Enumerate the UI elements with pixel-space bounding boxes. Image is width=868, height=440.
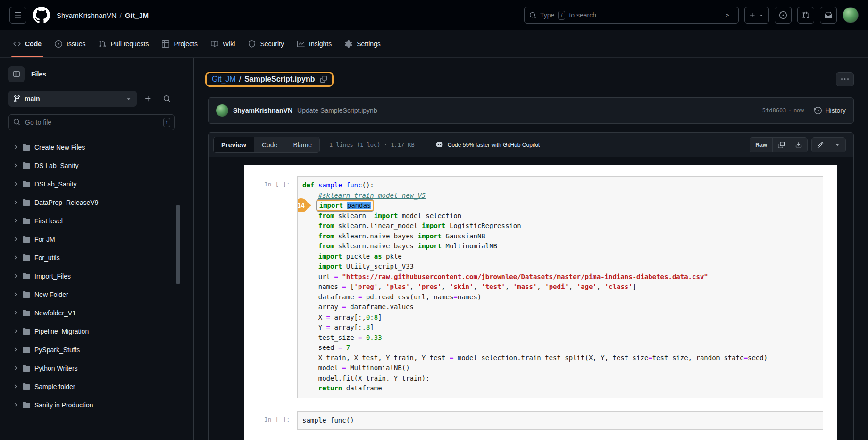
branch-name: main bbox=[25, 95, 40, 102]
chevron-down-icon bbox=[125, 95, 132, 102]
branch-selector[interactable]: main bbox=[8, 91, 137, 107]
file-tree-folder[interactable]: Sample folder bbox=[8, 377, 175, 396]
search-files-button[interactable] bbox=[159, 91, 175, 106]
code-token: sklearn bbox=[334, 212, 374, 220]
file-tree-folder[interactable]: PySpark_Stuffs bbox=[8, 340, 175, 359]
sidebar-scrollbar-thumb[interactable] bbox=[176, 205, 180, 284]
file-tree-folder[interactable]: DSLab_Sanity bbox=[8, 175, 175, 193]
global-header: ShyamKrishnanVN / Git_JM Type / to searc… bbox=[0, 0, 868, 30]
tab-insights[interactable]: Insights bbox=[292, 30, 337, 57]
code-token: = bbox=[648, 354, 652, 362]
copy-path-button[interactable] bbox=[320, 76, 327, 83]
code-token bbox=[302, 364, 318, 372]
folder-name: Sanity in Production bbox=[34, 401, 93, 409]
tab-settings[interactable]: Settings bbox=[339, 30, 386, 57]
add-file-button[interactable] bbox=[141, 91, 156, 106]
commit-message-link[interactable]: Update SampleScript.ipynb bbox=[297, 107, 377, 114]
latest-commit-bar: ShyamKrishnanVN Update SampleScript.ipyn… bbox=[208, 97, 854, 124]
code-token: Utiity_script_V33 bbox=[342, 262, 414, 270]
global-search-input[interactable]: Type / to search >_ bbox=[524, 7, 739, 24]
tab-wiki[interactable]: Wiki bbox=[205, 30, 241, 57]
code-token bbox=[302, 273, 318, 280]
code-token: dataframe.values bbox=[346, 303, 414, 311]
tab-code[interactable]: Code bbox=[8, 30, 47, 57]
tab-projects[interactable]: Projects bbox=[156, 30, 203, 57]
header-repo-link[interactable]: Git_JM bbox=[125, 11, 149, 19]
edit-file-button[interactable] bbox=[812, 138, 829, 152]
code-token: dataframe bbox=[342, 384, 382, 392]
folder-name: Pipeline_Migration bbox=[34, 328, 89, 335]
breadcrumb-repo-link[interactable]: Git_JM bbox=[212, 75, 236, 84]
notebook-cell-1: In [ ]: def sample_func(): #sklearn trai… bbox=[264, 176, 823, 398]
inbox-button[interactable] bbox=[820, 7, 837, 24]
tab-code-view[interactable]: Code bbox=[254, 137, 285, 152]
code-token bbox=[302, 344, 318, 351]
breadcrumb-row: Git_JM / SampleScript.ipynb bbox=[208, 70, 854, 89]
issue-opened-icon bbox=[779, 11, 787, 19]
file-tree-folder[interactable]: For_utils bbox=[8, 248, 175, 267]
github-logo[interactable] bbox=[33, 7, 50, 24]
file-tree-folder[interactable]: DataPrep_ReleaseV9 bbox=[8, 193, 175, 212]
file-options-kebab-button[interactable] bbox=[836, 72, 854, 86]
code-token: array bbox=[318, 303, 342, 311]
download-button[interactable] bbox=[790, 138, 807, 152]
history-label: History bbox=[825, 107, 846, 114]
file-tree-folder[interactable]: For JM bbox=[8, 230, 175, 248]
chevron-right-icon bbox=[12, 347, 18, 353]
hamburger-menu-button[interactable] bbox=[9, 7, 26, 24]
code-token: = bbox=[453, 293, 457, 301]
header-owner-link[interactable]: ShyamKrishnanVN bbox=[57, 11, 117, 19]
file-tree-folder[interactable]: New Folder bbox=[8, 285, 175, 304]
file-tree-folder[interactable]: Sanity in Production bbox=[8, 396, 175, 414]
goto-file-input[interactable] bbox=[8, 114, 175, 130]
command-palette-icon[interactable]: >_ bbox=[720, 7, 738, 23]
code-token: , bbox=[473, 283, 481, 290]
code-token: = bbox=[326, 313, 330, 321]
chevron-right-icon bbox=[12, 273, 18, 279]
file-tree-folder[interactable]: Python Writers bbox=[8, 359, 175, 377]
pull-requests-button[interactable] bbox=[797, 7, 814, 24]
chevron-right-icon bbox=[12, 218, 18, 224]
folder-name: First level bbox=[34, 217, 63, 225]
code-token bbox=[302, 334, 318, 341]
folder-name: For_utils bbox=[34, 254, 60, 262]
file-tree-folder[interactable]: Pipeline_Migration bbox=[8, 322, 175, 340]
folder-name: For JM bbox=[34, 236, 55, 243]
tab-blame[interactable]: Blame bbox=[285, 137, 319, 152]
file-tree-folder[interactable]: Create New Files bbox=[8, 138, 175, 156]
create-new-button[interactable] bbox=[744, 7, 769, 24]
code-token: #sklearn train model new_V5 bbox=[318, 192, 426, 199]
user-avatar[interactable] bbox=[843, 7, 859, 23]
edit-options-dropdown[interactable] bbox=[829, 138, 845, 152]
code-token: = bbox=[334, 273, 338, 280]
code-token: array[:, bbox=[330, 313, 366, 321]
history-link[interactable]: History bbox=[814, 107, 846, 114]
tab-pull-requests[interactable]: Pull requests bbox=[93, 30, 154, 57]
code-token: , bbox=[597, 283, 605, 290]
file-tree-folder[interactable]: Import_Files bbox=[8, 267, 175, 285]
collapse-sidebar-button[interactable] bbox=[8, 66, 25, 82]
code-line: seed = 7 bbox=[302, 343, 818, 353]
folder-icon bbox=[23, 328, 30, 335]
view-mode-segmented-control: Preview Code Blame bbox=[213, 137, 320, 153]
copilot-banner[interactable]: Code 55% faster with GitHub Copilot bbox=[435, 141, 540, 149]
commit-sha-link[interactable]: 5fd8603 bbox=[762, 107, 786, 114]
commit-time: now bbox=[793, 107, 804, 114]
file-tree-folder[interactable]: DS Lab_Sanity bbox=[8, 156, 175, 175]
file-tree-folder[interactable]: Newfolder_V1 bbox=[8, 304, 175, 322]
tab-issues[interactable]: Issues bbox=[49, 30, 91, 57]
code-line: Y = array[:,8] bbox=[302, 322, 818, 333]
tab-security[interactable]: Security bbox=[242, 30, 290, 57]
raw-button[interactable]: Raw bbox=[750, 138, 773, 152]
file-tree-folder[interactable]: First level bbox=[8, 212, 175, 230]
git-pull-request-icon bbox=[99, 40, 106, 48]
tab-preview[interactable]: Preview bbox=[214, 137, 254, 152]
breadcrumb: Git_JM / SampleScript.ipynb bbox=[208, 75, 331, 84]
code-line: url = "https://raw.githubusercontent.com… bbox=[302, 272, 818, 282]
code-line: names = ['preg', 'plas', 'pres', 'skin',… bbox=[302, 282, 818, 292]
commit-author-avatar bbox=[216, 104, 228, 117]
commit-author-link[interactable]: ShyamKrishnanVN bbox=[233, 107, 292, 114]
copy-file-button[interactable] bbox=[773, 138, 790, 152]
book-icon bbox=[211, 40, 218, 48]
issues-button[interactable] bbox=[775, 7, 792, 24]
